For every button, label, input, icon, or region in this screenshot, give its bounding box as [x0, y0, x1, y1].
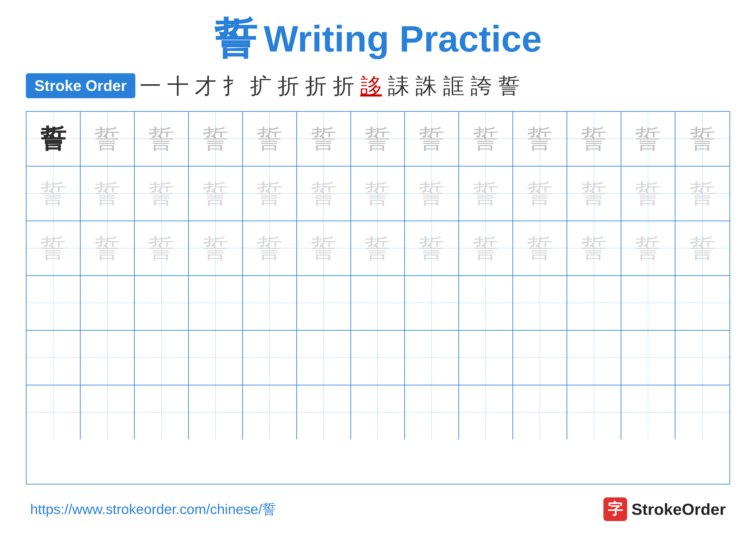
- grid-cell-1-0[interactable]: 誓: [27, 166, 81, 220]
- grid-cell-3-3[interactable]: [189, 276, 243, 330]
- grid-cell-0-1[interactable]: 誓: [81, 112, 135, 166]
- practice-char: 誓: [94, 235, 120, 261]
- grid-cell-2-9[interactable]: 誓: [513, 221, 567, 275]
- stroke-order-badge[interactable]: Stroke Order: [26, 73, 135, 98]
- grid-cell-5-2[interactable]: [135, 385, 189, 440]
- practice-char: 誓: [419, 235, 445, 261]
- grid-cell-4-6[interactable]: [351, 331, 405, 385]
- practice-char: 誓: [527, 181, 553, 206]
- grid-cell-1-6[interactable]: 誓: [351, 166, 405, 220]
- grid-cell-1-10[interactable]: 誓: [567, 166, 621, 220]
- practice-char: 誓: [473, 126, 499, 152]
- grid-cell-4-9[interactable]: [513, 331, 567, 385]
- grid-row-5: [27, 385, 729, 440]
- grid-cell-3-9[interactable]: [513, 276, 567, 330]
- grid-cell-3-4[interactable]: [243, 276, 297, 330]
- grid-cell-5-12[interactable]: [675, 385, 729, 440]
- grid-cell-0-9[interactable]: 誓: [513, 112, 567, 166]
- grid-cell-5-3[interactable]: [189, 385, 243, 440]
- grid-cell-2-6[interactable]: 誓: [351, 221, 405, 275]
- grid-cell-5-10[interactable]: [567, 385, 621, 440]
- grid-cell-5-11[interactable]: [621, 385, 675, 440]
- grid-cell-4-11[interactable]: [621, 331, 675, 385]
- grid-cell-2-1[interactable]: 誓: [81, 221, 135, 275]
- grid-cell-5-8[interactable]: [459, 385, 513, 440]
- grid-cell-0-8[interactable]: 誓: [459, 112, 513, 166]
- grid-cell-0-0[interactable]: 誓: [27, 112, 81, 166]
- grid-cell-2-3[interactable]: 誓: [189, 221, 243, 275]
- grid-cell-1-3[interactable]: 誓: [189, 166, 243, 220]
- brand-name: StrokeOrder: [632, 500, 726, 519]
- grid-cell-3-1[interactable]: [81, 276, 135, 330]
- practice-char: 誓: [148, 235, 174, 261]
- stroke-step-3: 扌: [222, 75, 244, 96]
- grid-cell-0-7[interactable]: 誓: [405, 112, 459, 166]
- grid-row-2: 誓誓誓誓誓誓誓誓誓誓誓誓誓: [27, 221, 729, 276]
- grid-cell-4-2[interactable]: [135, 331, 189, 385]
- grid-cell-0-6[interactable]: 誓: [351, 112, 405, 166]
- grid-cell-4-3[interactable]: [189, 331, 243, 385]
- grid-cell-5-1[interactable]: [81, 385, 135, 440]
- grid-cell-1-1[interactable]: 誓: [81, 166, 135, 220]
- stroke-step-2: 才: [195, 75, 216, 96]
- grid-cell-4-10[interactable]: [567, 331, 621, 385]
- grid-cell-1-12[interactable]: 誓: [675, 166, 729, 220]
- grid-cell-4-4[interactable]: [243, 331, 297, 385]
- grid-cell-5-4[interactable]: [243, 385, 297, 440]
- grid-cell-1-2[interactable]: 誓: [135, 166, 189, 220]
- grid-cell-5-0[interactable]: [27, 385, 81, 440]
- grid-cell-0-4[interactable]: 誓: [243, 112, 297, 166]
- grid-cell-0-2[interactable]: 誓: [135, 112, 189, 166]
- grid-cell-1-5[interactable]: 誓: [297, 166, 351, 220]
- grid-cell-3-6[interactable]: [351, 276, 405, 330]
- grid-cell-1-7[interactable]: 誓: [405, 166, 459, 220]
- grid-cell-2-4[interactable]: 誓: [243, 221, 297, 275]
- grid-cell-2-5[interactable]: 誓: [297, 221, 351, 275]
- grid-cell-5-5[interactable]: [297, 385, 351, 440]
- practice-char: 誓: [311, 235, 337, 261]
- practice-char: 誓: [364, 181, 391, 206]
- grid-cell-5-9[interactable]: [513, 385, 567, 440]
- grid-row-0: 誓誓誓誓誓誓誓誓誓誓誓誓誓: [27, 112, 729, 166]
- grid-cell-5-7[interactable]: [405, 385, 459, 440]
- grid-cell-4-5[interactable]: [297, 331, 351, 385]
- grid-cell-5-6[interactable]: [351, 385, 405, 440]
- grid-cell-3-7[interactable]: [405, 276, 459, 330]
- footer-url[interactable]: https://www.strokeorder.com/chinese/誓: [30, 500, 276, 519]
- grid-cell-4-8[interactable]: [459, 331, 513, 385]
- grid-cell-3-12[interactable]: [675, 276, 729, 330]
- grid-cell-1-8[interactable]: 誓: [459, 166, 513, 220]
- grid-cell-2-11[interactable]: 誓: [621, 221, 675, 275]
- grid-cell-4-7[interactable]: [405, 331, 459, 385]
- stroke-step-9: 誄: [388, 75, 410, 96]
- practice-char: 誓: [581, 126, 607, 152]
- grid-cell-4-0[interactable]: [27, 331, 81, 385]
- grid-cell-0-11[interactable]: 誓: [621, 112, 675, 166]
- practice-char: 誓: [202, 235, 229, 261]
- grid-cell-3-8[interactable]: [459, 276, 513, 330]
- grid-cell-4-1[interactable]: [81, 331, 135, 385]
- grid-cell-2-2[interactable]: 誓: [135, 221, 189, 275]
- grid-row-3: [27, 276, 729, 331]
- grid-cell-3-0[interactable]: [27, 276, 81, 330]
- grid-cell-2-8[interactable]: 誓: [459, 221, 513, 275]
- grid-cell-4-12[interactable]: [675, 331, 729, 385]
- grid-cell-2-10[interactable]: 誓: [567, 221, 621, 275]
- stroke-sequence: 一十才扌扩折折折誃誄誅誆誇誓: [140, 75, 520, 96]
- grid-row-4: [27, 331, 729, 385]
- grid-cell-1-11[interactable]: 誓: [621, 166, 675, 220]
- grid-cell-2-0[interactable]: 誓: [27, 221, 81, 275]
- grid-cell-3-2[interactable]: [135, 276, 189, 330]
- grid-cell-3-10[interactable]: [567, 276, 621, 330]
- grid-cell-2-7[interactable]: 誓: [405, 221, 459, 275]
- grid-cell-0-5[interactable]: 誓: [297, 112, 351, 166]
- grid-cell-3-11[interactable]: [621, 276, 675, 330]
- grid-cell-2-12[interactable]: 誓: [675, 221, 729, 275]
- grid-cell-0-10[interactable]: 誓: [567, 112, 621, 166]
- grid-cell-1-9[interactable]: 誓: [513, 166, 567, 220]
- grid-cell-0-12[interactable]: 誓: [675, 112, 729, 166]
- practice-char: 誓: [473, 235, 499, 261]
- grid-cell-3-5[interactable]: [297, 276, 351, 330]
- grid-cell-1-4[interactable]: 誓: [243, 166, 297, 220]
- grid-cell-0-3[interactable]: 誓: [189, 112, 243, 166]
